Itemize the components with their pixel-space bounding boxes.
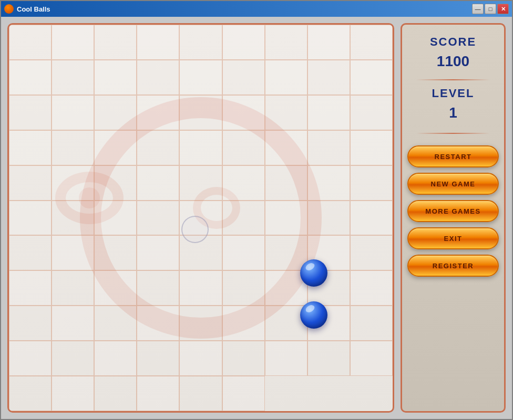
content-area: SCORE 1100 LEVEL 1 RESTART NEW GAME MORE… (1, 17, 512, 419)
grid-cell[interactable] (222, 130, 265, 165)
restart-button[interactable]: RESTART (407, 145, 499, 167)
grid-cell[interactable] (9, 25, 52, 60)
maximize-button[interactable]: □ (485, 4, 496, 14)
grid-cell[interactable] (222, 201, 265, 236)
grid-cell[interactable] (94, 95, 137, 130)
grid-cell[interactable] (265, 95, 307, 130)
grid-cell[interactable] (307, 165, 350, 201)
grid-cell[interactable] (265, 25, 307, 60)
grid-cell[interactable] (179, 341, 222, 376)
grid-cell[interactable] (307, 341, 350, 376)
grid-cell[interactable] (9, 235, 52, 270)
grid-cell[interactable] (350, 60, 393, 95)
grid-cell[interactable] (52, 95, 94, 130)
grid-cell[interactable] (350, 235, 393, 270)
grid-cell[interactable] (137, 376, 179, 411)
grid-cell[interactable] (9, 376, 52, 411)
grid-cell[interactable] (9, 95, 52, 130)
grid-cell[interactable] (94, 235, 137, 270)
grid-cell[interactable] (350, 201, 393, 236)
grid-cell[interactable] (137, 165, 179, 201)
grid-cell[interactable] (94, 270, 137, 306)
more-games-button[interactable]: MORE GAMES (407, 200, 499, 222)
grid-cell[interactable] (179, 165, 222, 201)
grid-cell[interactable] (179, 25, 222, 60)
grid-cell[interactable] (137, 25, 179, 60)
grid-cell[interactable] (94, 306, 137, 341)
grid-cell[interactable] (350, 306, 393, 341)
grid-cell[interactable] (52, 235, 94, 270)
grid-cell[interactable] (350, 130, 393, 165)
grid-cell[interactable] (137, 235, 179, 270)
grid-cell[interactable] (9, 306, 52, 341)
grid-cell[interactable] (350, 270, 393, 306)
grid-cell[interactable] (9, 60, 52, 95)
grid-cell[interactable] (94, 130, 137, 165)
grid-cell[interactable] (307, 25, 350, 60)
grid-cell[interactable] (265, 341, 307, 376)
game-board[interactable] (7, 23, 394, 413)
grid-cell[interactable] (94, 341, 137, 376)
grid-cell[interactable] (94, 201, 137, 236)
grid-cell[interactable] (137, 341, 179, 376)
grid-cell[interactable] (94, 25, 137, 60)
grid-cell[interactable] (307, 130, 350, 165)
grid-cell[interactable] (52, 165, 94, 201)
grid-cell[interactable] (222, 376, 265, 411)
grid-cell[interactable] (52, 270, 94, 306)
grid-cell[interactable] (94, 60, 137, 95)
grid-cell[interactable] (265, 130, 307, 165)
grid-cell[interactable] (94, 165, 137, 201)
score-label: SCORE (430, 35, 476, 49)
grid-cell[interactable] (179, 376, 222, 411)
grid-cell[interactable] (265, 235, 307, 270)
close-button[interactable]: ✕ (497, 4, 509, 14)
grid-cell[interactable] (9, 165, 52, 201)
grid-cell[interactable] (222, 165, 265, 201)
grid-cell[interactable] (52, 306, 94, 341)
grid-cell[interactable] (179, 306, 222, 341)
grid-cell[interactable] (307, 201, 350, 236)
grid-cell[interactable] (265, 165, 307, 201)
grid-cell[interactable] (52, 130, 94, 165)
grid-cell[interactable] (9, 341, 52, 376)
grid-cell[interactable] (137, 60, 179, 95)
grid-cell[interactable] (9, 130, 52, 165)
grid-cell[interactable] (350, 165, 393, 201)
new-game-button[interactable]: NEW GAME (407, 173, 499, 195)
grid-cell[interactable] (179, 60, 222, 95)
grid-cell[interactable] (9, 270, 52, 306)
exit-button[interactable]: EXIT (407, 227, 499, 249)
grid-cell[interactable] (179, 130, 222, 165)
grid-cell[interactable] (265, 60, 307, 95)
grid-cell[interactable] (222, 25, 265, 60)
grid-cell[interactable] (94, 376, 137, 411)
grid-cell[interactable] (222, 306, 265, 341)
minimize-button[interactable]: — (472, 4, 484, 14)
grid-cell[interactable] (307, 95, 350, 130)
grid-cell[interactable] (52, 201, 94, 236)
grid-cell[interactable] (222, 60, 265, 95)
grid-cell[interactable] (179, 270, 222, 306)
register-button[interactable]: REGISTER (407, 255, 499, 277)
grid-cell[interactable] (179, 95, 222, 130)
grid-cell[interactable] (350, 341, 393, 376)
grid-cell[interactable] (52, 341, 94, 376)
grid-cell[interactable] (222, 341, 265, 376)
grid-cell[interactable] (350, 95, 393, 130)
grid-cell[interactable] (137, 201, 179, 236)
grid-cell[interactable] (265, 201, 307, 236)
grid-cell[interactable] (137, 130, 179, 165)
grid-cell[interactable] (52, 25, 94, 60)
grid-cell[interactable] (52, 60, 94, 95)
grid-cell[interactable] (137, 95, 179, 130)
grid-cell[interactable] (222, 235, 265, 270)
grid-cell[interactable] (52, 376, 94, 411)
grid-cell[interactable] (222, 270, 265, 306)
grid-cell[interactable] (350, 25, 393, 60)
grid-cell[interactable] (137, 270, 179, 306)
grid-cell[interactable] (9, 201, 52, 236)
grid-cell[interactable] (307, 60, 350, 95)
grid-cell[interactable] (137, 306, 179, 341)
grid-cell[interactable] (222, 95, 265, 130)
